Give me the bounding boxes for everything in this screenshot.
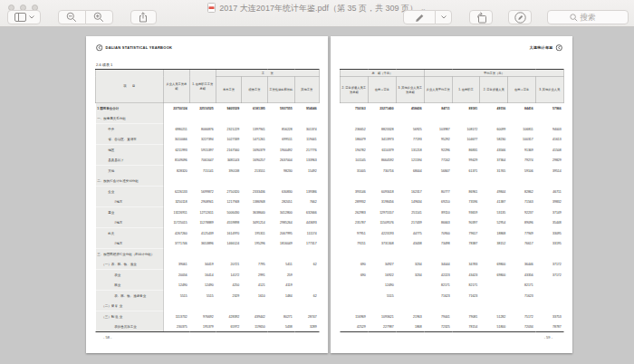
row-label: （二）采 矿 业 bbox=[95, 301, 163, 311]
table-cell: 3250118 bbox=[163, 196, 189, 207]
table-cell: 1816049 bbox=[267, 238, 294, 249]
zoom-in-button[interactable] bbox=[85, 10, 113, 24]
row-label: 企业 bbox=[95, 187, 163, 197]
view-menu-button[interactable] bbox=[7, 10, 41, 24]
table-cell: 730716 bbox=[368, 166, 396, 177]
table-cell: 82862 bbox=[508, 187, 536, 197]
table-cell: 5937555 bbox=[267, 103, 294, 114]
table-cell bbox=[267, 249, 294, 260]
table-cell bbox=[163, 249, 189, 260]
table-cell: 4121 bbox=[242, 280, 268, 291]
table-cell: 69800 bbox=[480, 259, 508, 270]
table-cell: 2067995 bbox=[267, 228, 294, 239]
markup-toolbar-button[interactable] bbox=[508, 10, 532, 24]
table-cell bbox=[424, 176, 452, 187]
row-label: 机关 bbox=[95, 228, 163, 239]
table-cell bbox=[189, 176, 216, 187]
table-cell: 630830 bbox=[267, 187, 294, 197]
table-cell: 7795 bbox=[242, 259, 268, 270]
table-cell: 14172 bbox=[216, 270, 242, 281]
table-cell: 119441 bbox=[294, 134, 319, 145]
col-header: 从业人员工资总额 bbox=[163, 70, 189, 103]
highlight-color-dropdown[interactable] bbox=[435, 10, 452, 24]
rotate-left-icon bbox=[476, 12, 487, 24]
table-cell: 57966 bbox=[535, 103, 563, 114]
table-cell: 301374 bbox=[294, 124, 319, 135]
rotate-button[interactable] bbox=[469, 10, 493, 24]
row-label: （一）农、林、牧、渔业 bbox=[95, 259, 163, 270]
highlight-button[interactable] bbox=[403, 10, 436, 24]
col-header: 在岗＋劳务 bbox=[508, 77, 536, 103]
table-cell: 3771746 bbox=[163, 238, 189, 249]
table-cell bbox=[396, 113, 424, 124]
table-cell: 6093018 bbox=[368, 187, 396, 197]
table-cell: 95292 bbox=[424, 134, 452, 145]
table-cell: 77949 bbox=[508, 228, 536, 239]
table-cell: 3638640 bbox=[242, 207, 268, 218]
table-cell: 22510525 bbox=[189, 103, 216, 114]
table-cell: 1471261 bbox=[242, 134, 268, 145]
document-area[interactable]: DALIAN STATISTICAL YEARBOOK 2-6 续表 1 项 目… bbox=[0, 27, 634, 364]
table-cell: 954046 bbox=[294, 103, 319, 114]
table-cell: 7061647 bbox=[189, 155, 216, 166]
table-cell: 84711 bbox=[424, 103, 452, 114]
search-field[interactable] bbox=[547, 10, 629, 24]
table-cell: 8664592 bbox=[368, 155, 396, 166]
table-cell bbox=[294, 280, 319, 291]
table-cell bbox=[535, 291, 563, 302]
col-header: 基本工资 bbox=[216, 77, 242, 103]
table-cell: 20056 bbox=[163, 270, 189, 281]
table-cell: 101145 bbox=[340, 155, 368, 166]
table-cell: 73498 bbox=[424, 238, 452, 249]
table-cell bbox=[452, 301, 480, 311]
table-cell: 4559898 bbox=[216, 217, 242, 228]
table-cell: 23271400 bbox=[368, 103, 396, 114]
table-cell: 1217948 bbox=[216, 196, 242, 207]
table-cell: 43566 bbox=[480, 145, 508, 156]
table-cell: 2637004 bbox=[267, 155, 294, 166]
table-cell: 4250 bbox=[216, 280, 242, 291]
zoom-out-button[interactable] bbox=[58, 10, 86, 24]
table-cell: 8066876 bbox=[189, 124, 216, 135]
table-cell: 5699872 bbox=[189, 187, 216, 197]
table-cell bbox=[267, 176, 294, 187]
table-cell: 71623 bbox=[508, 291, 536, 302]
table-cell: 37364 bbox=[480, 155, 508, 166]
table-cell: 6181395 bbox=[242, 103, 268, 114]
table-cell: 699511 bbox=[267, 134, 294, 145]
share-button[interactable] bbox=[130, 10, 157, 24]
zoom-out-icon bbox=[66, 12, 77, 23]
table-cell bbox=[242, 249, 268, 260]
col-header: 绩效工资 bbox=[242, 77, 268, 103]
table-cell: 11278889 bbox=[189, 217, 216, 228]
table-cell: 2991 bbox=[242, 270, 268, 281]
table-cell: 149634 bbox=[396, 196, 424, 207]
table-cell bbox=[396, 280, 424, 291]
table-cell: 76617 bbox=[508, 238, 536, 249]
search-icon bbox=[570, 14, 578, 22]
stub-header: 项 目 bbox=[95, 70, 163, 103]
table-cell: 11725015 bbox=[163, 217, 189, 228]
table-cell: 29829 bbox=[535, 155, 563, 166]
table-cell: 3289 bbox=[294, 321, 319, 332]
table-cell bbox=[535, 249, 563, 260]
table-cell bbox=[163, 176, 189, 187]
table-cell: 116969 bbox=[340, 311, 368, 322]
table-cell: 213551 bbox=[242, 166, 268, 177]
table-cell: 5438 bbox=[267, 321, 294, 332]
table-cell bbox=[396, 301, 424, 311]
table-cell bbox=[189, 249, 216, 260]
table-cell: 86961 bbox=[452, 187, 480, 197]
table-cell bbox=[535, 176, 563, 187]
table-cell: 2333436 bbox=[242, 187, 268, 197]
table-cell: 89110 bbox=[424, 207, 452, 218]
table-cell: 90397 bbox=[452, 217, 480, 228]
search-input[interactable] bbox=[548, 11, 628, 24]
col-group-header: 平均工资（元） bbox=[424, 70, 563, 77]
table-cell: 443693 bbox=[294, 217, 319, 228]
table-cell: 5915397 bbox=[189, 145, 216, 156]
table-cell: 3010066 bbox=[163, 134, 189, 145]
row-label: 农、林、牧、渔服务业 bbox=[95, 291, 163, 302]
table-cell: 77242 bbox=[424, 155, 452, 166]
row-label: 事业 bbox=[95, 207, 163, 218]
